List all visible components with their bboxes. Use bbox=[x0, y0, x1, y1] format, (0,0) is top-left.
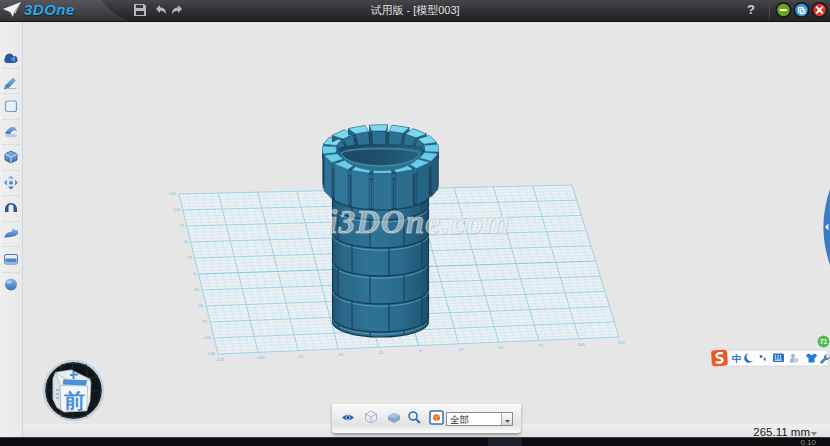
svg-text:50: 50 bbox=[499, 345, 504, 350]
svg-text:-100: -100 bbox=[256, 355, 265, 360]
svg-text:-75: -75 bbox=[297, 354, 304, 359]
svg-text:100: 100 bbox=[173, 207, 181, 212]
svg-text:75: 75 bbox=[179, 223, 184, 228]
svg-text:50: 50 bbox=[183, 239, 188, 244]
svg-text:-125: -125 bbox=[206, 351, 215, 356]
svg-text:-25: -25 bbox=[193, 287, 200, 292]
svg-text:中: 中 bbox=[732, 353, 742, 364]
svg-text:i3DOne.com: i3DOne.com bbox=[328, 204, 509, 240]
svg-text:0: 0 bbox=[419, 348, 422, 353]
svg-text:0: 0 bbox=[194, 271, 197, 276]
svg-text:125: 125 bbox=[617, 340, 625, 345]
svg-text:-25: -25 bbox=[377, 350, 384, 355]
svg-text:25: 25 bbox=[459, 347, 464, 352]
svg-text:75: 75 bbox=[539, 343, 544, 348]
svg-text:71: 71 bbox=[820, 338, 828, 345]
svg-text:125: 125 bbox=[169, 191, 177, 196]
svg-text:-125: -125 bbox=[216, 357, 225, 362]
svg-text:25: 25 bbox=[187, 255, 192, 260]
svg-text:-50: -50 bbox=[197, 303, 204, 308]
svg-text:-50: -50 bbox=[337, 352, 344, 357]
svg-text:-100: -100 bbox=[202, 335, 211, 340]
svg-text:-75: -75 bbox=[201, 319, 208, 324]
svg-text:100: 100 bbox=[577, 342, 585, 347]
svg-text:前: 前 bbox=[63, 389, 85, 412]
